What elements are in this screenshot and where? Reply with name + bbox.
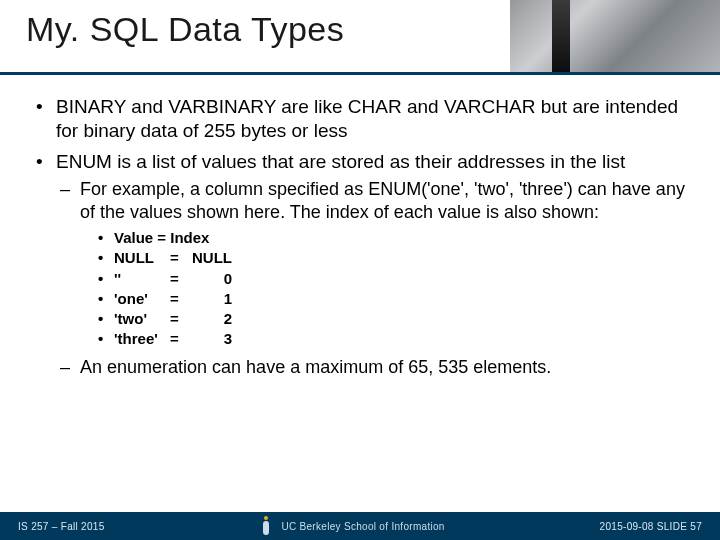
sub-bullet-text: For example, a column specified as ENUM(… <box>80 179 685 222</box>
sub-bullet-item: An enumeration can have a maximum of 65,… <box>56 356 690 379</box>
value-index-row: '' = 0 <box>98 269 690 289</box>
bullet-item: BINARY and VARBINARY are like CHAR and V… <box>30 95 690 144</box>
footer-center-text: UC Berkeley School of Information <box>281 521 444 532</box>
value-cell: NULL <box>114 248 170 268</box>
value-index-row: 'two' = 2 <box>98 309 690 329</box>
title-bar: My. SQL Data Types <box>0 0 720 75</box>
index-cell: 0 <box>192 269 232 289</box>
value-index-row: 'three' = 3 <box>98 329 690 349</box>
bullet-text: ENUM is a list of values that are stored… <box>56 151 625 172</box>
equals-cell: = <box>170 269 192 289</box>
equals-cell: = <box>170 289 192 309</box>
sub-bullet-item: For example, a column specified as ENUM(… <box>56 178 690 350</box>
value-index-list: Value = Index NULL = NULL '' = 0 <box>80 228 690 350</box>
index-cell: 1 <box>192 289 232 309</box>
footer-right-text: 2015-09-08 SLIDE 57 <box>600 521 702 532</box>
index-cell: 2 <box>192 309 232 329</box>
value-cell: 'three' <box>114 329 170 349</box>
slide: My. SQL Data Types BINARY and VARBINARY … <box>0 0 720 540</box>
value-cell: 'two' <box>114 309 170 329</box>
sub-bullet-list: For example, a column specified as ENUM(… <box>56 178 690 379</box>
equals-cell: = <box>170 309 192 329</box>
value-index-row: NULL = NULL <box>98 248 690 268</box>
value-index-row: 'one' = 1 <box>98 289 690 309</box>
slide-body: BINARY and VARBINARY are like CHAR and V… <box>0 75 720 379</box>
footer-center: UC Berkeley School of Information <box>105 516 600 536</box>
footer-left-text: IS 257 – Fall 2015 <box>18 521 105 532</box>
ischool-logo-icon <box>259 516 273 536</box>
slide-title: My. SQL Data Types <box>0 0 720 49</box>
value-index-header: Value = Index <box>98 228 690 248</box>
value-cell: 'one' <box>114 289 170 309</box>
index-cell: 3 <box>192 329 232 349</box>
equals-cell: = <box>170 329 192 349</box>
index-cell: NULL <box>192 248 232 268</box>
bullet-list: BINARY and VARBINARY are like CHAR and V… <box>30 95 690 379</box>
value-cell: '' <box>114 269 170 289</box>
bullet-item: ENUM is a list of values that are stored… <box>30 150 690 379</box>
equals-cell: = <box>170 248 192 268</box>
footer-bar: IS 257 – Fall 2015 UC Berkeley School of… <box>0 512 720 540</box>
